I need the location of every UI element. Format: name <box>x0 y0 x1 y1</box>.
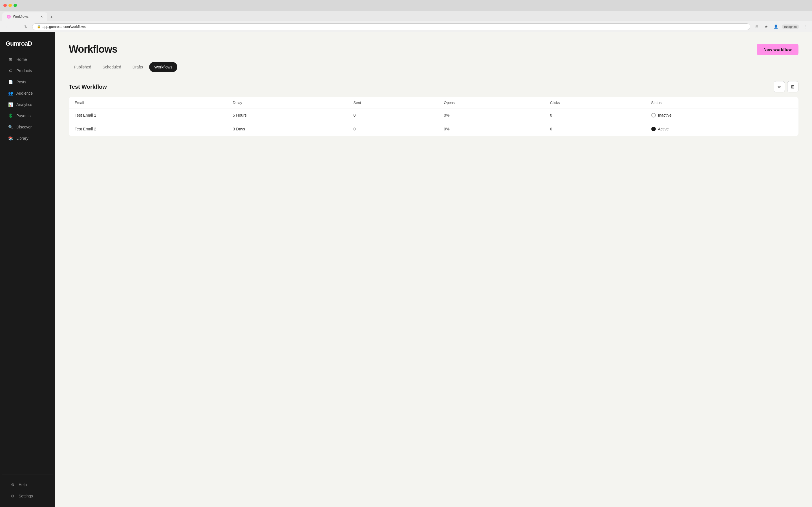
main-content: Workflows New workflow Published Schedul… <box>55 32 812 507</box>
tab-favicon: G <box>7 15 11 18</box>
email-status-2: Active <box>646 122 799 136</box>
table-head: Email Delay Sent Opens Clicks Status <box>69 97 799 108</box>
library-icon: 📚 <box>8 136 13 141</box>
audience-icon: 👥 <box>8 91 13 96</box>
sidebar-item-discover[interactable]: 🔍 Discover <box>2 122 53 132</box>
sidebar-label-settings: Settings <box>18 494 33 498</box>
url-bar[interactable]: 🔒 app.gumroad.com/workflows <box>32 23 750 30</box>
sidebar-item-help[interactable]: ⚙ Help <box>4 480 51 490</box>
email-delay-1: 5 Hours <box>227 108 348 122</box>
tab-title: Workflows <box>13 15 29 18</box>
forward-button[interactable]: → <box>13 23 20 30</box>
analytics-icon: 📊 <box>8 102 13 107</box>
sidebar-item-audience[interactable]: 👥 Audience <box>2 88 53 99</box>
col-email: Email <box>69 97 227 108</box>
email-name-1: Test Email 1 <box>69 108 227 122</box>
sidebar-item-payouts[interactable]: 💲 Payouts <box>2 110 53 121</box>
sidebar-label-posts: Posts <box>16 80 26 84</box>
status-cell-2: Active <box>651 127 793 131</box>
sidebar-item-analytics[interactable]: 📊 Analytics <box>2 99 53 110</box>
tab-published[interactable]: Published <box>69 62 96 72</box>
email-delay-2: 3 Days <box>227 122 348 136</box>
table-row: Test Email 2 3 Days 0 0% 0 Active <box>69 122 799 136</box>
email-opens-2: 0% <box>438 122 544 136</box>
status-label-1: Inactive <box>658 113 672 117</box>
title-bar <box>0 0 812 11</box>
back-button[interactable]: ← <box>3 23 10 30</box>
bookmark-button[interactable]: ★ <box>763 23 770 31</box>
incognito-label: Incognito <box>784 25 797 29</box>
menu-button[interactable]: ⋮ <box>801 23 809 31</box>
status-label-2: Active <box>658 127 669 131</box>
workflow-actions: ✏ 🗑 <box>774 81 799 93</box>
settings-icon: ⚙ <box>10 494 15 499</box>
workflow-section: Test Workflow ✏ 🗑 Email De <box>69 81 799 136</box>
browser-tab-workflows[interactable]: G Workflows ✕ <box>2 12 47 21</box>
sidebar-label-products: Products <box>16 68 32 73</box>
browser-chrome: G Workflows ✕ + ← → ↻ 🔒 app.gumroad.com/… <box>0 0 812 32</box>
content-area: Test Workflow ✏ 🗑 Email De <box>55 72 812 154</box>
sidebar-item-settings[interactable]: ⚙ Settings <box>4 491 51 501</box>
workflow-name: Test Workflow <box>69 83 107 90</box>
sidebar-nav: ⊞ Home 🏷 Products 📄 Posts 👥 Audience 📊 A… <box>0 54 55 474</box>
new-tab-button[interactable]: + <box>48 13 55 21</box>
tab-close-btn[interactable]: ✕ <box>40 15 43 18</box>
trash-icon: 🗑 <box>791 84 795 89</box>
new-workflow-button[interactable]: New workflow <box>757 44 799 55</box>
email-clicks-2: 0 <box>545 122 646 136</box>
sidebar-label-home: Home <box>16 57 27 62</box>
sidebar-label-library: Library <box>16 136 29 140</box>
col-status: Status <box>646 97 799 108</box>
edit-icon: ✏ <box>777 84 781 90</box>
tab-scheduled[interactable]: Scheduled <box>98 62 126 72</box>
sidebar-item-home[interactable]: ⊞ Home <box>2 54 53 65</box>
tab-drafts[interactable]: Drafts <box>128 62 148 72</box>
sidebar-label-discover: Discover <box>16 125 32 129</box>
status-cell-1: Inactive <box>651 113 793 117</box>
page-header: Workflows New workflow <box>55 32 812 62</box>
table-row: Test Email 1 5 Hours 0 0% 0 Inactive <box>69 108 799 122</box>
products-icon: 🏷 <box>8 68 13 73</box>
table-header-row: Email Delay Sent Opens Clicks Status <box>69 97 799 108</box>
traffic-lights <box>3 4 17 7</box>
edit-workflow-button[interactable]: ✏ <box>774 81 785 93</box>
email-sent-2: 0 <box>348 122 439 136</box>
profile-button[interactable]: 👤 <box>772 23 779 31</box>
delete-workflow-button[interactable]: 🗑 <box>787 81 799 93</box>
url-text: app.gumroad.com/workflows <box>43 25 86 29</box>
status-indicator-active <box>651 127 656 131</box>
tab-workflows[interactable]: Workflows <box>149 62 177 72</box>
sidebar-label-payouts: Payouts <box>16 114 31 118</box>
col-clicks: Clicks <box>545 97 646 108</box>
incognito-badge: Incognito <box>782 24 799 29</box>
col-sent: Sent <box>348 97 439 108</box>
sidebar-item-products[interactable]: 🏷 Products <box>2 65 53 76</box>
email-name-2: Test Email 2 <box>69 122 227 136</box>
tab-bar: G Workflows ✕ + <box>0 11 812 21</box>
status-indicator-inactive <box>651 113 656 117</box>
tabs-bar: Published Scheduled Drafts Workflows <box>55 62 812 72</box>
workflow-header: Test Workflow ✏ 🗑 <box>69 81 799 93</box>
close-traffic-light[interactable] <box>3 4 7 7</box>
reload-button[interactable]: ↻ <box>22 23 29 30</box>
app-layout: GumroaD ⊞ Home 🏷 Products 📄 Posts 👥 Audi… <box>0 32 812 507</box>
sidebar-label-audience: Audience <box>16 91 33 96</box>
cast-button[interactable]: ⊟ <box>753 23 760 31</box>
sidebar-label-help: Help <box>18 483 27 487</box>
maximize-traffic-light[interactable] <box>13 4 17 7</box>
sidebar-bottom: ⚙ Help ⚙ Settings <box>2 474 53 501</box>
lock-icon: 🔒 <box>37 25 41 29</box>
email-sent-1: 0 <box>348 108 439 122</box>
minimize-traffic-light[interactable] <box>8 4 12 7</box>
sidebar-item-library[interactable]: 📚 Library <box>2 133 53 144</box>
col-opens: Opens <box>438 97 544 108</box>
posts-icon: 📄 <box>8 79 13 84</box>
table-body: Test Email 1 5 Hours 0 0% 0 Inactive <box>69 108 799 136</box>
discover-icon: 🔍 <box>8 124 13 129</box>
sidebar-item-posts[interactable]: 📄 Posts <box>2 76 53 87</box>
sidebar: GumroaD ⊞ Home 🏷 Products 📄 Posts 👥 Audi… <box>0 32 55 507</box>
browser-actions: ⊟ ★ 👤 Incognito ⋮ <box>753 23 809 31</box>
sidebar-logo[interactable]: GumroaD <box>0 38 55 54</box>
page-title: Workflows <box>69 43 117 55</box>
email-opens-1: 0% <box>438 108 544 122</box>
